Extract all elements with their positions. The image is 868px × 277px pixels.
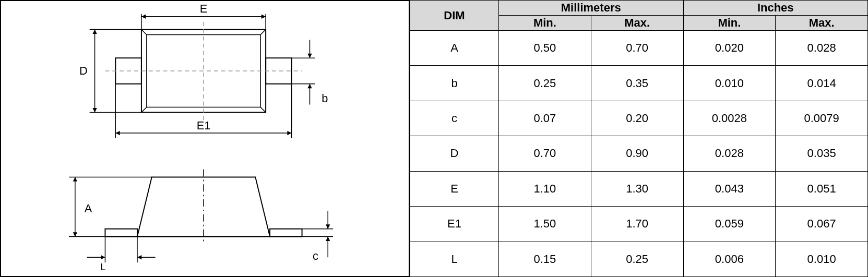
mechanical-drawing: E D b E1 bbox=[0, 0, 410, 277]
label-L: L bbox=[101, 262, 106, 272]
cell-mm-min: 1.50 bbox=[499, 207, 591, 242]
cell-in-min: 0.059 bbox=[683, 207, 776, 242]
svg-line-4 bbox=[141, 107, 147, 112]
cell-in-min: 0.020 bbox=[683, 31, 776, 66]
cell-mm-min: 0.70 bbox=[499, 136, 591, 171]
cell-dim: L bbox=[410, 242, 499, 276]
side-view bbox=[105, 170, 302, 245]
th-in: Inches bbox=[683, 1, 868, 16]
cell-in-min: 0.028 bbox=[683, 136, 776, 171]
table-row: c 0.07 0.20 0.0028 0.0079 bbox=[410, 101, 868, 136]
th-mm: Millimeters bbox=[499, 1, 684, 16]
cell-dim: E1 bbox=[410, 207, 499, 242]
label-A: A bbox=[85, 202, 92, 215]
dimension-table-container: DIM Millimeters Inches Min. Max. Min. Ma… bbox=[410, 0, 868, 277]
cell-mm-max: 1.30 bbox=[591, 171, 683, 206]
cell-in-min: 0.006 bbox=[683, 242, 776, 276]
cell-in-max: 0.035 bbox=[776, 136, 868, 171]
th-mm-max: Max. bbox=[591, 16, 683, 31]
dim-D: D bbox=[79, 30, 141, 113]
cell-in-max: 0.067 bbox=[776, 207, 868, 242]
cell-mm-min: 0.07 bbox=[499, 101, 591, 136]
cell-mm-min: 0.15 bbox=[499, 242, 591, 276]
dimension-table: DIM Millimeters Inches Min. Max. Min. Ma… bbox=[410, 0, 868, 277]
cell-dim: b bbox=[410, 66, 499, 101]
dim-c: c bbox=[302, 211, 334, 262]
cell-dim: E bbox=[410, 171, 499, 206]
cell-in-min: 0.010 bbox=[683, 66, 776, 101]
label-D: D bbox=[79, 64, 88, 77]
cell-in-min: 0.043 bbox=[683, 171, 776, 206]
label-b: b bbox=[322, 92, 328, 105]
th-in-max: Max. bbox=[776, 16, 868, 31]
table-row: L 0.15 0.25 0.006 0.010 bbox=[410, 242, 868, 276]
cell-in-max: 0.014 bbox=[776, 66, 868, 101]
cell-mm-max: 0.90 bbox=[591, 136, 683, 171]
table-header-row-1: DIM Millimeters Inches bbox=[410, 1, 868, 16]
cell-dim: D bbox=[410, 136, 499, 171]
table-row: A 0.50 0.70 0.020 0.028 bbox=[410, 31, 868, 66]
table-row: E 1.10 1.30 0.043 0.051 bbox=[410, 171, 868, 206]
table-row: E1 1.50 1.70 0.059 0.067 bbox=[410, 207, 868, 242]
cell-dim: c bbox=[410, 101, 499, 136]
cell-mm-min: 1.10 bbox=[499, 171, 591, 206]
cell-mm-max: 1.70 bbox=[591, 207, 683, 242]
dim-b: b bbox=[292, 40, 328, 104]
svg-line-2 bbox=[141, 30, 147, 35]
th-mm-min: Min. bbox=[499, 16, 591, 31]
dim-L: L bbox=[87, 237, 156, 273]
drawing-svg: E D b E1 bbox=[1, 1, 409, 276]
label-E: E bbox=[200, 2, 208, 15]
cell-mm-min: 0.50 bbox=[499, 31, 591, 66]
th-dim: DIM bbox=[410, 1, 499, 31]
svg-line-5 bbox=[260, 107, 266, 112]
cell-mm-min: 0.25 bbox=[499, 66, 591, 101]
label-c: c bbox=[313, 249, 318, 262]
top-view bbox=[105, 22, 302, 121]
cell-mm-max: 0.70 bbox=[591, 31, 683, 66]
cell-in-max: 0.051 bbox=[776, 171, 868, 206]
cell-in-max: 0.028 bbox=[776, 31, 868, 66]
cell-in-max: 0.010 bbox=[776, 242, 868, 276]
cell-in-max: 0.0079 bbox=[776, 101, 868, 136]
th-in-min: Min. bbox=[683, 16, 776, 31]
svg-line-3 bbox=[260, 30, 266, 35]
table-row: b 0.25 0.35 0.010 0.014 bbox=[410, 66, 868, 101]
cell-in-min: 0.0028 bbox=[683, 101, 776, 136]
table-row: D 0.70 0.90 0.028 0.035 bbox=[410, 136, 868, 171]
label-E1: E1 bbox=[197, 119, 211, 132]
cell-mm-max: 0.35 bbox=[591, 66, 683, 101]
cell-dim: A bbox=[410, 31, 499, 66]
cell-mm-max: 0.25 bbox=[591, 242, 683, 276]
package-outline-figure: E D b E1 bbox=[0, 0, 868, 277]
cell-mm-max: 0.20 bbox=[591, 101, 683, 136]
